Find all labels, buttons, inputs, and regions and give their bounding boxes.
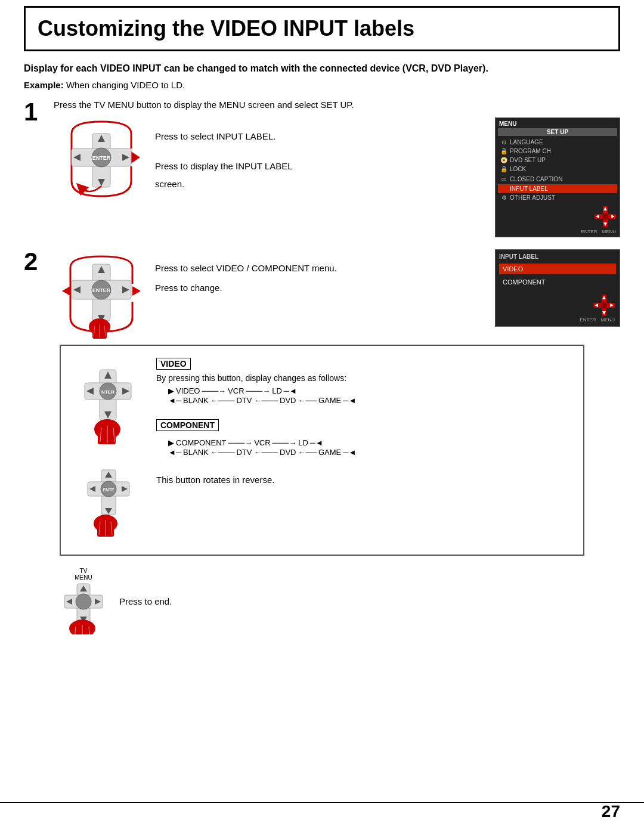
box-dpad-bottom: ENTE bbox=[80, 465, 137, 543]
video-desc: By pressing this button, display changes… bbox=[156, 373, 565, 383]
svg-marker-3 bbox=[131, 151, 140, 163]
bottom-line bbox=[0, 802, 644, 803]
press-end-dpad-icon bbox=[60, 581, 107, 634]
step-1: 1 Press the TV MENU button to display th… bbox=[24, 100, 620, 237]
step-1-instruction2: Press to select INPUT LABEL. bbox=[155, 128, 293, 145]
component-label: COMPONENT bbox=[156, 419, 219, 431]
svg-marker-23 bbox=[62, 286, 70, 296]
page-number: 27 bbox=[602, 802, 620, 821]
menu-item-caption: ㏄CLOSED CAPTION bbox=[498, 174, 617, 184]
step-1-instruction3-line1: Press to display the INPUT LABEL bbox=[155, 157, 293, 175]
il-item-video: VIDEO bbox=[499, 264, 616, 274]
menu-item-input-label: INPUT LABEL bbox=[498, 184, 617, 193]
svg-point-40 bbox=[601, 302, 607, 308]
il-item-component: COMPONENT bbox=[499, 277, 616, 287]
step-1-instruction3-line2: screen. bbox=[155, 175, 293, 193]
menu-item-program: 🔒PROGRAM CH bbox=[498, 147, 617, 156]
subtitle: Display for each VIDEO INPUT can be chan… bbox=[24, 62, 620, 75]
step-2-number: 2 bbox=[24, 249, 54, 274]
page-title: Customizing the VIDEO INPUT labels bbox=[38, 16, 606, 41]
menu-title: MENU bbox=[498, 120, 617, 127]
video-label: VIDEO bbox=[156, 358, 191, 370]
press-end-row: TV MENU Press to bbox=[60, 568, 620, 634]
reverse-note: This button rotates in reverse. bbox=[156, 475, 565, 485]
input-label-screenshot: INPUT LABEL VIDEO COMPONENT bbox=[495, 249, 620, 327]
svg-text:NTER: NTER bbox=[101, 389, 114, 395]
menu-screenshot: MENU SET UP ⊙LANGUAGE 🔒PROGRAM CH 📀DVD S… bbox=[495, 117, 620, 237]
box-dpad-group: NTER bbox=[73, 364, 144, 543]
example-text: Example: When changing VIDEO to LD. bbox=[24, 80, 620, 90]
svg-marker-24 bbox=[132, 286, 141, 296]
svg-text:ENTE: ENTE bbox=[103, 488, 114, 492]
svg-text:ENTER: ENTER bbox=[92, 155, 111, 161]
step-2-dpad: ENTER bbox=[54, 249, 143, 333]
step-1-number: 1 bbox=[24, 100, 54, 125]
menu-item-language: ⊙LANGUAGE bbox=[498, 138, 617, 147]
press-end-dpad: TV MENU bbox=[60, 568, 107, 634]
box-section: NTER bbox=[60, 345, 584, 556]
page-title-box: Customizing the VIDEO INPUT labels bbox=[24, 6, 620, 51]
press-end-text: Press to end. bbox=[119, 596, 172, 606]
il-title: INPUT LABEL bbox=[499, 253, 616, 260]
svg-text:ENTER: ENTER bbox=[92, 287, 111, 293]
menu-setup: SET UP bbox=[498, 128, 617, 136]
svg-point-77 bbox=[76, 594, 91, 609]
step-1-instruction1: Press the TV MENU button to display the … bbox=[54, 100, 477, 110]
video-flow: ▶ VIDEO ───→ VCR ───→ LD ─ ◄ ◄ ─ BLANK bbox=[168, 386, 565, 405]
svg-point-15 bbox=[602, 213, 608, 219]
menu-item-other: ⚙OTHER ADJUST bbox=[498, 193, 617, 202]
box-dpad-top: NTER bbox=[76, 364, 141, 447]
step-1-dpad: ENTER bbox=[54, 116, 143, 199]
component-flow: ▶ COMPONENT ───→ VCR ───→ LD ─ ◄ ◄ ─ BLA… bbox=[168, 438, 565, 457]
menu-item-dvd: 📀DVD SET UP bbox=[498, 156, 617, 165]
box-text: VIDEO By pressing this button, display c… bbox=[156, 358, 565, 485]
step-2: 2 bbox=[24, 249, 620, 333]
step-2-instruction1: Press to select VIDEO / COMPONENT menu. bbox=[155, 258, 337, 278]
menu-item-lock: 🔒LOCK bbox=[498, 165, 617, 174]
step-2-instruction2: Press to change. bbox=[155, 278, 337, 298]
